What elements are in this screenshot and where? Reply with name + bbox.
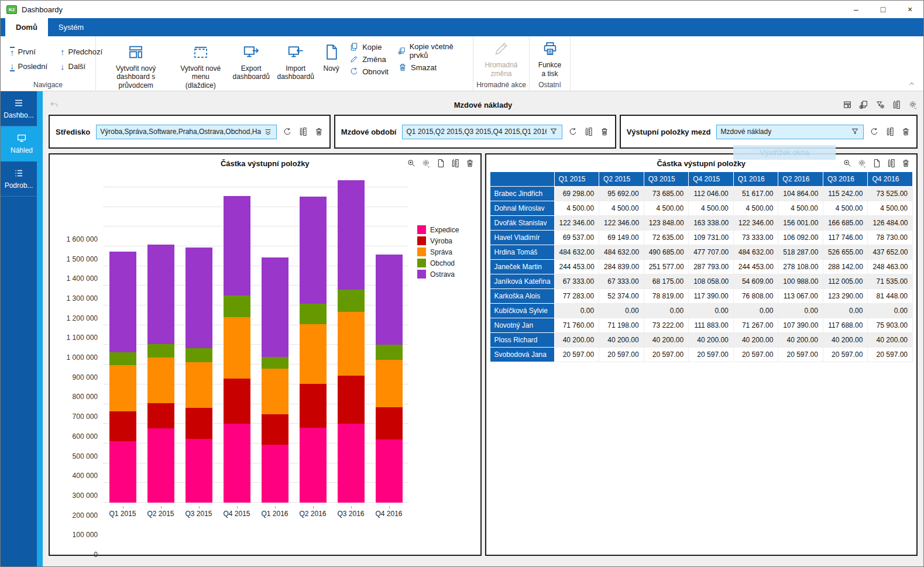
table-cell: 117 746.00 (823, 231, 868, 245)
filter-mzdove-obdobi-input[interactable]: Q1 2015,Q2 2015,Q3 2015,Q4 2015,Q1 2016,… (402, 125, 562, 139)
table-column-header[interactable]: Q3 2016 (823, 172, 868, 187)
new-document-icon (322, 43, 340, 61)
sidebar-item-dashboardy[interactable]: Dashbo... (1, 91, 37, 126)
table-row-header: Janeček Martin (490, 260, 554, 274)
create-menu-tiles-button[interactable]: Vytvořit nové menu (dlaždice) (172, 41, 229, 92)
table-row[interactable]: Dvořák Stanislav122 346.00122 346.00123 … (490, 216, 913, 231)
create-dashboard-wizard-button[interactable]: Vytvořit nový dashboard s průvodcem (99, 41, 172, 92)
table-row[interactable]: Brabec Jindřich69 298.0095 692.0073 685.… (490, 187, 913, 201)
trash-icon[interactable] (901, 159, 911, 168)
ruler-edit-icon[interactable] (887, 159, 896, 168)
refresh-button[interactable]: Obnovit (349, 67, 389, 76)
document-icon[interactable] (436, 159, 445, 168)
refresh-icon[interactable] (568, 127, 578, 136)
y-tick-label: 400 000 (73, 472, 98, 480)
trash-icon[interactable] (901, 127, 911, 136)
trash-icon[interactable] (314, 127, 324, 136)
nav-last-button[interactable]: ↓ Poslední (10, 61, 47, 71)
functions-print-button[interactable]: Funkce a tisk (533, 37, 566, 80)
legend-swatch (417, 270, 426, 279)
gear-icon[interactable] (908, 100, 918, 109)
table-row[interactable]: Novotný Jan71 760.0071 198.0073 222.0011… (490, 318, 913, 333)
tab-domu[interactable]: Domů (5, 18, 48, 36)
table-row[interactable]: Svobodová Jana20 597.0020 597.0020 597.0… (490, 348, 913, 362)
ruler-edit-icon[interactable] (584, 127, 593, 136)
legend-label: Obchod (430, 259, 455, 267)
table-cell: 122 346.00 (733, 216, 778, 231)
trash-icon[interactable] (600, 127, 609, 136)
minimize-button[interactable]: – (843, 1, 870, 18)
copy-including-elements-button[interactable]: Kopie včetně prvků (398, 42, 465, 60)
document-icon[interactable] (872, 159, 881, 168)
gear-icon[interactable] (421, 159, 431, 168)
copy-button[interactable]: Kopie (349, 42, 389, 51)
copy-add-icon[interactable] (859, 100, 868, 109)
sidebar-item-nahled[interactable]: Náhled (1, 126, 43, 161)
bar-slot (218, 177, 256, 503)
dashboard-layout-icon[interactable] (843, 100, 852, 109)
bulk-change-label: Hromadná změna (482, 61, 521, 78)
table-row[interactable]: Kubíčková Sylvie0.000.000.000.000.000.00… (490, 304, 913, 318)
zoom-plus-icon[interactable] (843, 159, 852, 168)
funnel-icon[interactable] (850, 127, 860, 136)
sidebar-item-podrobnosti[interactable]: Podrob... (1, 161, 37, 197)
functions-print-label: Funkce a tisk (538, 61, 562, 78)
table-column-header[interactable]: Q4 2016 (868, 172, 913, 187)
trash-icon[interactable] (465, 159, 475, 168)
table-column-header[interactable]: Q1 2015 (554, 172, 599, 187)
ribbon-collapse-chevron-icon[interactable] (907, 79, 916, 88)
table-column-header[interactable]: Q3 2015 (644, 172, 689, 187)
legend-swatch (417, 225, 426, 234)
table-row[interactable]: Janeček Martin244 453.00284 839.00251 57… (490, 260, 913, 274)
table-row[interactable]: Ploss Richard40 200.0040 200.0040 200.00… (490, 333, 913, 348)
table-cell: 251 577.00 (644, 260, 689, 274)
table-cell: 78 730.00 (868, 231, 913, 245)
sidebar-item-podrobnosti-label: Podrob... (5, 181, 33, 190)
ruler-edit-icon[interactable] (892, 100, 901, 109)
table-row[interactable]: Janíková Kateřina67 333.0067 333.0068 17… (490, 274, 913, 289)
ruler-edit-icon[interactable] (885, 127, 895, 136)
refresh-icon[interactable] (283, 127, 292, 136)
gear-icon[interactable] (857, 159, 867, 168)
table-cell: 477 707.00 (689, 245, 734, 260)
import-dashboards-button[interactable]: Import dashboardů (273, 41, 318, 84)
table-row[interactable]: Hrdina Tomáš484 632.00484 632.00490 685.… (490, 245, 913, 260)
bar-segment-obchod (186, 348, 212, 362)
ruler-edit-icon[interactable] (451, 159, 460, 168)
nav-first-button[interactable]: ↑ První (10, 47, 47, 57)
table-column-header[interactable]: Q1 2016 (733, 172, 778, 187)
delete-button[interactable]: Smazat (398, 63, 465, 72)
table-cell: 156 001.00 (778, 216, 823, 231)
close-button[interactable]: × (896, 1, 923, 18)
table-cell: 526 655.00 (823, 245, 868, 260)
filter-add-icon[interactable] (875, 100, 885, 109)
table-column-header[interactable]: Q2 2016 (778, 172, 823, 187)
new-button[interactable]: Nový (318, 41, 345, 75)
bar-slot (180, 177, 218, 503)
table-column-header[interactable]: Q4 2015 (689, 172, 734, 187)
dropdown-filter-icon[interactable] (263, 127, 273, 136)
funnel-icon[interactable] (549, 127, 558, 136)
group-label-ostatni: Ostatní (530, 80, 570, 91)
table-row[interactable]: Havel Vladimír69 537.0069 149.0072 635.0… (490, 231, 913, 245)
filter-vystupni-polozky-input[interactable]: Mzdové náklady (716, 125, 864, 139)
bar-slot (142, 177, 180, 503)
ruler-edit-icon[interactable] (298, 127, 308, 136)
tab-system[interactable]: Systém (48, 18, 94, 36)
table-row[interactable]: Karkoška Alois77 283.0052 374.0078 819.0… (490, 289, 913, 304)
zoom-plus-icon[interactable] (407, 159, 416, 168)
filter-stredisko-input[interactable]: Výroba,Správa,Software,Praha,Ostrava,Obc… (96, 125, 277, 139)
table-cell: 95 692.00 (599, 187, 644, 201)
export-dashboards-button[interactable]: Export dashboardů (229, 41, 273, 84)
refresh-icon[interactable] (870, 127, 879, 136)
bar-segment-ostrava (338, 180, 365, 290)
table-row-header: Havel Vladimír (490, 231, 554, 245)
table-column-header[interactable]: Q2 2015 (599, 172, 644, 187)
table-cell: 288 142.00 (823, 260, 868, 274)
table-row[interactable]: Dohnal Miroslav4 500.004 500.004 500.004… (490, 201, 913, 216)
change-button[interactable]: Změna (349, 54, 389, 64)
refresh-label: Obnovit (362, 67, 389, 76)
maximize-button[interactable]: □ (870, 1, 896, 18)
bar-segment-expedice (262, 445, 288, 503)
bulk-change-button[interactable]: Hromadná změna (477, 37, 525, 80)
